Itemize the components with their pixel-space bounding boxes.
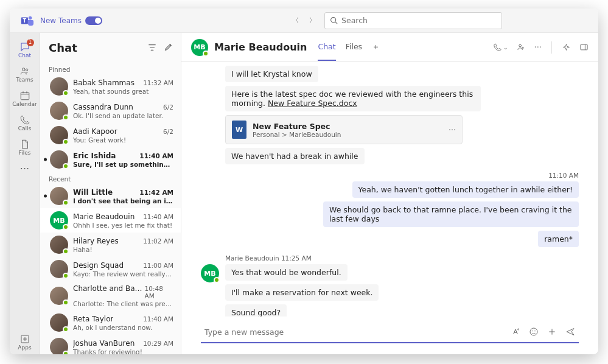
conversation-item[interactable]: Babak Shammas11:32 AMYeah, that sounds g… [40, 74, 181, 99]
presence-icon [63, 273, 69, 279]
message-bubble[interactable]: Sound good? [225, 304, 287, 317]
avatar [50, 313, 68, 332]
format-icon[interactable] [511, 327, 520, 337]
conversation-item[interactable]: Design Squad11:00 AMKayo: The review wen… [40, 257, 181, 281]
calendar-icon [19, 90, 30, 101]
chat-header-avatar[interactable]: MB [191, 39, 208, 56]
search-icon [330, 16, 338, 24]
conversation-name: Will Little [73, 188, 113, 197]
rail-calls[interactable]: Calls [10, 111, 40, 135]
message-bubble[interactable]: I'll make a reservation for next week. [225, 284, 379, 301]
conversation-item[interactable]: Reta Taylor11:40 AMAh, ok I understand n… [40, 310, 181, 335]
file-link[interactable]: New Feature Spec.docx [268, 99, 357, 108]
conversation-name: Hilary Reyes [73, 237, 119, 245]
rail-apps[interactable]: Apps [10, 330, 40, 354]
conversation-time: 10:48 AM [145, 285, 173, 299]
avatar[interactable]: MB [201, 264, 219, 282]
conversation-item[interactable]: Cassandra Dunn6/2Ok. I'll send an update… [40, 99, 181, 123]
chat-section-header: Recent [40, 172, 181, 184]
more-button[interactable]: ··· [534, 43, 542, 52]
rail-files[interactable]: Files [10, 135, 40, 159]
conversation-preview: Kayo: The review went really well! Can't… [73, 270, 173, 278]
conversation-item[interactable]: Hilary Reyes11:02 AMHaha! [40, 233, 181, 257]
conversation-time: 11:42 AM [139, 189, 173, 196]
conversation-item[interactable]: MBMarie Beaudouin11:40 AMOhhh I see, yes… [40, 208, 181, 233]
conversation-time: 6/2 [163, 128, 173, 135]
call-button[interactable]: ⌄ [493, 43, 508, 52]
svg-point-2 [29, 16, 32, 19]
conversation-preview: Yeah, that sounds great [73, 88, 173, 95]
presence-icon [63, 351, 69, 354]
conversation-name: Design Squad [73, 261, 124, 270]
send-button[interactable] [565, 327, 575, 337]
svg-point-14 [519, 44, 521, 47]
tab-files[interactable]: Files [346, 33, 362, 61]
search-box[interactable] [324, 12, 502, 29]
conversation-item[interactable]: Will Little11:42 AMI don't see that bein… [40, 184, 181, 208]
conversation-preview: Haha! [73, 246, 173, 253]
rail-calendar[interactable]: Calendar [10, 86, 40, 111]
svg-line-4 [335, 22, 337, 24]
message-list[interactable]: I will let Krystal know Here is the late… [181, 62, 598, 317]
chat-list-title: Chat [49, 41, 77, 54]
conversation-preview: Ok. I'll send an update later. [73, 112, 173, 119]
avatar [50, 150, 68, 169]
conversation-item[interactable]: Charlotte and Babak10:48 AMCharlotte: Th… [40, 281, 181, 310]
conversation-preview: Sure, I'll set up something for next wee… [73, 161, 173, 168]
search-input[interactable] [341, 16, 497, 25]
svg-point-19 [534, 331, 535, 331]
conversation-preview: Ohhh I see, yes let me fix that! [73, 222, 173, 229]
people-button[interactable] [517, 43, 526, 52]
emoji-icon[interactable] [529, 327, 539, 337]
message-bubble[interactable]: Yes that would be wonderful. [225, 264, 348, 281]
copilot-button[interactable] [562, 43, 571, 52]
avatar [50, 77, 68, 96]
chevron-down-icon: ⌄ [503, 44, 508, 51]
chat-section-header: Pinned [40, 62, 181, 74]
avatar: MB [50, 211, 68, 229]
new-teams-toggle[interactable] [85, 16, 102, 25]
forward-button[interactable]: 〉 [305, 13, 320, 28]
unread-dot [44, 158, 47, 161]
message-bubble[interactable]: ramen* [538, 231, 579, 247]
presence-icon [63, 114, 69, 121]
message-bubble[interactable]: We should go back to that ramne place. I… [323, 201, 579, 227]
message-bubble[interactable]: Yeah, we haven't gotten lunch together i… [352, 181, 579, 198]
message-bubble[interactable]: We haven't had a break in awhile [225, 148, 365, 164]
svg-point-17 [530, 328, 537, 335]
rail-more[interactable]: ··· [10, 159, 40, 178]
title-bar: T New Teams 〈 〉 [10, 9, 598, 33]
avatar [50, 126, 68, 144]
file-attachment[interactable]: New Feature Spec Personal > MarieBeaudou… [225, 115, 463, 144]
open-pane-button[interactable] [579, 43, 589, 52]
presence-icon [63, 139, 69, 145]
message-bubble[interactable]: Here is the latest spec doc we reviewed … [225, 86, 481, 111]
filter-icon[interactable] [148, 43, 156, 52]
teams-icon [19, 66, 30, 77]
conversation-item[interactable]: Eric Ishida11:40 AMSure, I'll set up som… [40, 147, 181, 172]
tab-chat[interactable]: Chat [318, 33, 335, 61]
conversation-name: Joshua VanBuren [73, 339, 135, 348]
rail-chat[interactable]: 1 Chat [10, 38, 40, 62]
conversation-item[interactable]: Aadi Kapoor6/2You: Great work! [40, 123, 181, 147]
compose-area [181, 317, 598, 354]
calls-icon [19, 114, 30, 125]
conversation-name: Charlotte and Babak [73, 284, 145, 293]
conversation-time: 6/2 [163, 103, 173, 111]
compose-box[interactable] [201, 321, 579, 343]
file-more-icon[interactable]: ··· [449, 125, 456, 135]
compose-icon[interactable] [164, 43, 172, 52]
chat-pane: MB Marie Beaudouin Chat Files ＋ ⌄ ··· [181, 33, 598, 354]
attach-icon[interactable] [547, 327, 557, 337]
compose-input[interactable] [204, 327, 511, 337]
message-bubble[interactable]: I will let Krystal know [225, 66, 318, 82]
chat-badge: 1 [27, 39, 34, 46]
rail-teams[interactable]: Teams [10, 62, 40, 86]
conversation-item[interactable]: Joshua VanBuren10:29 AMThanks for review… [40, 335, 181, 354]
add-tab-button[interactable]: ＋ [372, 33, 380, 61]
back-button[interactable]: 〈 [288, 13, 302, 28]
teams-logo-icon: T [21, 14, 34, 27]
sender-timestamp: Marie Beaudouin 11:25 AM [225, 254, 579, 262]
presence-icon [203, 51, 209, 57]
conversation-time: 11:40 AM [143, 213, 173, 220]
